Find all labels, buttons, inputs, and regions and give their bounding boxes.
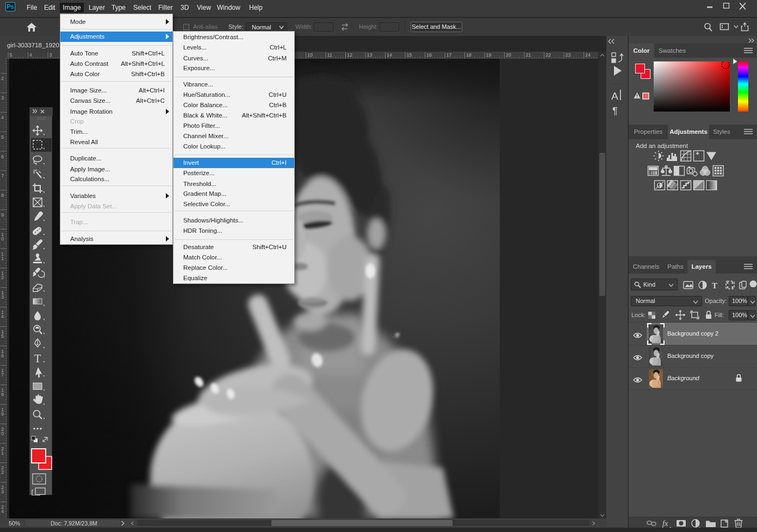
- svg-text:4: 4: [1, 115, 4, 120]
- svg-text:5: 5: [10, 52, 13, 58]
- svg-text:T: T: [34, 352, 41, 364]
- svg-text:2: 2: [1, 76, 4, 81]
- svg-text:5: 5: [1, 134, 4, 140]
- svg-text:8: 8: [1, 392, 4, 397]
- svg-text:11: 11: [327, 52, 332, 58]
- svg-text:20: 20: [506, 52, 511, 58]
- svg-text:5: 5: [1, 333, 4, 339]
- svg-text:1: 1: [1, 256, 4, 261]
- svg-text:8: 8: [1, 193, 4, 198]
- svg-text:fx: fx: [662, 519, 668, 528]
- svg-text:6: 6: [1, 353, 4, 358]
- svg-text:6: 6: [1, 154, 4, 159]
- svg-text:21: 21: [526, 52, 531, 58]
- svg-text:24: 24: [585, 52, 591, 58]
- svg-text:7: 7: [1, 372, 4, 378]
- svg-text:4: 4: [1, 509, 4, 514]
- svg-text:15: 15: [407, 52, 412, 58]
- svg-text:3: 3: [1, 489, 4, 494]
- svg-text:4: 4: [1, 314, 4, 319]
- svg-text:13: 13: [367, 52, 373, 58]
- svg-text:9: 9: [1, 212, 4, 218]
- svg-text:12: 12: [347, 52, 352, 58]
- svg-text:0: 0: [1, 431, 4, 436]
- svg-text:T: T: [712, 281, 717, 290]
- svg-text:3: 3: [1, 95, 4, 101]
- svg-text:14: 14: [387, 52, 392, 58]
- svg-text:4: 4: [29, 52, 32, 58]
- svg-text:18: 18: [466, 52, 471, 58]
- svg-text:23: 23: [566, 52, 571, 58]
- svg-text:¶: ¶: [612, 106, 618, 116]
- svg-text:1: 1: [1, 450, 4, 456]
- svg-text:A: A: [611, 90, 618, 102]
- svg-text:3: 3: [1, 294, 4, 300]
- svg-text:3: 3: [49, 52, 52, 58]
- svg-text:2: 2: [1, 469, 4, 475]
- svg-text:2: 2: [1, 275, 4, 280]
- svg-text:17: 17: [446, 52, 452, 58]
- svg-text:0: 0: [1, 236, 4, 242]
- svg-text:16: 16: [426, 52, 432, 58]
- svg-text:10: 10: [307, 52, 313, 58]
- svg-text:22: 22: [545, 52, 551, 58]
- svg-text:7: 7: [1, 173, 4, 178]
- svg-text:19: 19: [486, 52, 492, 58]
- svg-text:9: 9: [1, 411, 4, 417]
